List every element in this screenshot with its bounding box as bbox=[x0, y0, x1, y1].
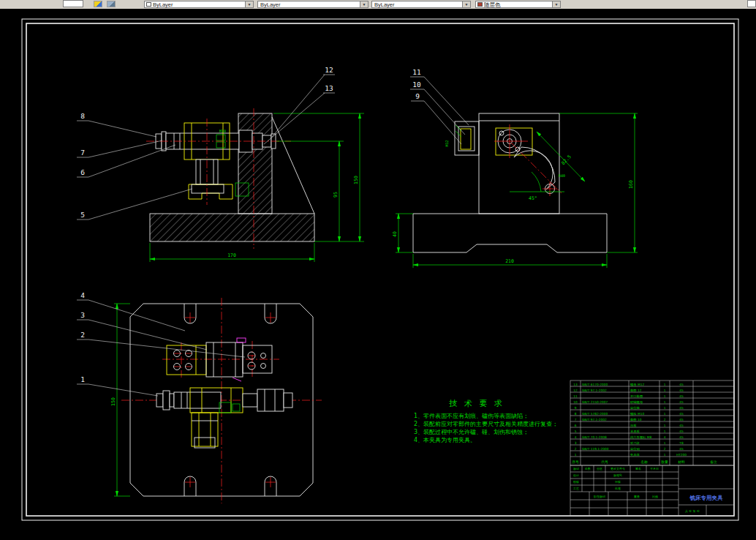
tech-req-line: 4、本夹具为专用夹具。 bbox=[414, 437, 476, 443]
dim-plan-height: 150 bbox=[110, 397, 116, 406]
callout-12: 12 bbox=[325, 66, 333, 74]
bom-header: 序号 代号 名称 数量 材料 备注 bbox=[572, 460, 717, 465]
callout-10: 10 bbox=[412, 80, 421, 89]
svg-text:GB/T 119.1-2000: GB/T 119.1-2000 bbox=[582, 447, 609, 451]
dim-side-arm: 82.5 bbox=[560, 154, 572, 166]
callout-8: 8 bbox=[80, 112, 85, 120]
tech-req-line: 1、零件表面不应有划痕、磕伤等表面缺陷； bbox=[414, 413, 529, 419]
svg-text:1: 1 bbox=[664, 383, 666, 386]
svg-text:垫圈 10: 垫圈 10 bbox=[630, 418, 642, 421]
bom-row-10: 10 GB/T 2150-2007 铰链螺母 1 45 bbox=[573, 400, 684, 405]
svg-text:定位销: 定位销 bbox=[630, 447, 640, 451]
svg-text:45: 45 bbox=[679, 412, 684, 416]
callouts-front-left: 8 7 6 5 bbox=[77, 112, 192, 220]
chevron-down-icon[interactable]: ▼ bbox=[552, 1, 560, 7]
layer-combo[interactable]: ByLayer ▼ bbox=[144, 1, 254, 8]
color-combo[interactable]: 随层色 ▼ bbox=[475, 1, 561, 8]
drawing-canvas[interactable]: M10 150 95 170 8 7 6 5 12 1 bbox=[0, 9, 756, 540]
dimensions-plan: 150 bbox=[110, 304, 130, 496]
svg-text:45: 45 bbox=[679, 383, 684, 386]
shaft-plan bbox=[156, 388, 292, 448]
svg-text:1: 1 bbox=[664, 394, 666, 398]
tb-label-scale: 比例 bbox=[652, 495, 658, 499]
svg-text:压板: 压板 bbox=[630, 424, 637, 427]
chevron-down-icon[interactable]: ▼ bbox=[462, 1, 470, 7]
tb-label-approve: 批准 bbox=[615, 487, 621, 490]
dim-side-base: 40 bbox=[392, 231, 398, 237]
color-swatch-icon bbox=[477, 2, 483, 7]
layers-icon[interactable] bbox=[94, 1, 102, 7]
tb-label-mark: 标记 bbox=[573, 467, 579, 471]
svg-text:45: 45 bbox=[679, 418, 684, 421]
svg-text:T8: T8 bbox=[678, 441, 684, 445]
tech-req-line: 2、装配前应对零部件的主要尺寸及相关精度进行复查； bbox=[414, 421, 558, 427]
linetype-combo[interactable]: ByLayer ▼ bbox=[257, 1, 368, 8]
svg-text:序号: 序号 bbox=[572, 460, 579, 464]
callout-5: 5 bbox=[80, 211, 85, 219]
lineweight-combo-value: ByLayer bbox=[374, 1, 462, 8]
thread-label-side: M12 bbox=[445, 140, 449, 146]
callout-2: 2 bbox=[80, 331, 85, 339]
tb-label-sign: 签名 bbox=[635, 467, 641, 470]
bom-row-5: 5 支承板 1 45 bbox=[575, 430, 684, 433]
front-view: M10 150 95 170 8 7 6 5 12 1 bbox=[77, 66, 364, 262]
tb-label-design: 设计 bbox=[573, 473, 579, 477]
tb-label-sheet: 共 张 第 张 bbox=[685, 509, 700, 513]
side-view: M12 45° 82.5 R40 160 40 bbox=[392, 68, 638, 268]
svg-text:1: 1 bbox=[664, 441, 666, 445]
tb-label-weight: 重量 bbox=[633, 495, 640, 498]
svg-text:11: 11 bbox=[573, 394, 578, 398]
callout-13: 13 bbox=[325, 84, 333, 92]
layer-properties-icon[interactable] bbox=[107, 1, 116, 7]
cad-drawing-area[interactable]: M10 150 95 170 8 7 6 5 12 1 bbox=[0, 9, 756, 540]
svg-text:1: 1 bbox=[664, 453, 666, 457]
toolbar-panel bbox=[63, 0, 83, 7]
svg-text:材料: 材料 bbox=[677, 460, 685, 465]
tb-label-standard: 标准化 bbox=[613, 473, 622, 478]
callout-7: 7 bbox=[80, 149, 85, 157]
svg-text:13: 13 bbox=[573, 383, 578, 386]
svg-text:45: 45 bbox=[679, 394, 684, 398]
svg-text:7: 7 bbox=[575, 418, 577, 421]
tb-label-stage: 阶段标记 bbox=[594, 495, 605, 499]
chevron-down-icon[interactable]: ▼ bbox=[360, 1, 368, 7]
bom-row-3: 3 对刀块 1 T8 bbox=[575, 441, 684, 445]
svg-text:9: 9 bbox=[575, 406, 577, 410]
chevron-down-icon[interactable]: ▼ bbox=[245, 1, 253, 7]
callout-11: 11 bbox=[412, 68, 421, 76]
bom-row-12: 12 GB/T 97.1-2002 垫圈 12 1 45 bbox=[573, 389, 684, 392]
color-combo-value: 随层色 bbox=[484, 1, 552, 8]
svg-text:1: 1 bbox=[664, 400, 666, 404]
lineweight-combo[interactable]: ByLayer ▼ bbox=[371, 1, 471, 8]
side-attachment: M12 bbox=[445, 121, 479, 155]
svg-text:螺栓 M10: 螺栓 M10 bbox=[630, 412, 644, 416]
bom-row-6: 6 压板 1 45 bbox=[575, 424, 684, 427]
bom-row-2: 2 GB/T 119.1-2000 定位销 2 45 bbox=[575, 447, 684, 451]
svg-text:垫圈 12: 垫圈 12 bbox=[630, 389, 642, 392]
svg-text:2: 2 bbox=[664, 447, 666, 451]
svg-text:GB/T 70.1-2008: GB/T 70.1-2008 bbox=[582, 435, 607, 439]
svg-text:8: 8 bbox=[575, 412, 577, 416]
tb-label-date: 年月日 bbox=[650, 467, 659, 470]
tb-label-craft: 工艺 bbox=[573, 487, 579, 490]
svg-text:GB/T 97.1-2002: GB/T 97.1-2002 bbox=[582, 389, 607, 392]
bom-row-13: 13 GB/T 6170-2000 螺母 M12 1 45 bbox=[573, 383, 684, 387]
svg-text:名称: 名称 bbox=[640, 460, 648, 465]
tb-label-zone: 分区 bbox=[597, 467, 602, 470]
tech-req-line: 3、装配过程中不允许磕、碰、划伤和锈蚀； bbox=[414, 429, 529, 435]
svg-text:45: 45 bbox=[679, 389, 684, 392]
svg-text:4: 4 bbox=[575, 435, 577, 439]
callout-1: 1 bbox=[80, 375, 85, 383]
svg-text:螺母 M12: 螺母 M12 bbox=[630, 383, 644, 387]
dim-front-width: 170 bbox=[227, 252, 236, 258]
svg-text:内六角螺钉 M8: 内六角螺钉 M8 bbox=[630, 435, 652, 440]
tech-req-title: 技 术 要 求 bbox=[449, 399, 504, 408]
callouts-plan: 4 3 2 1 bbox=[77, 291, 245, 396]
svg-text:GB/T 2150-2007: GB/T 2150-2007 bbox=[582, 400, 608, 404]
svg-text:45: 45 bbox=[679, 435, 684, 439]
bom-row-4: 4 GB/T 70.1-2008 内六角螺钉 M8 4 45 bbox=[575, 435, 684, 440]
svg-text:GB/T 97.1-2002: GB/T 97.1-2002 bbox=[582, 418, 607, 421]
title-block: 标记 处数 分区 更改文件号 签名 年月日 设计 标准化 校核 审核 工艺 批准… bbox=[570, 465, 734, 516]
bom-row-9: 9 定位轴 1 45 bbox=[575, 406, 684, 410]
svg-text:6: 6 bbox=[575, 424, 577, 427]
